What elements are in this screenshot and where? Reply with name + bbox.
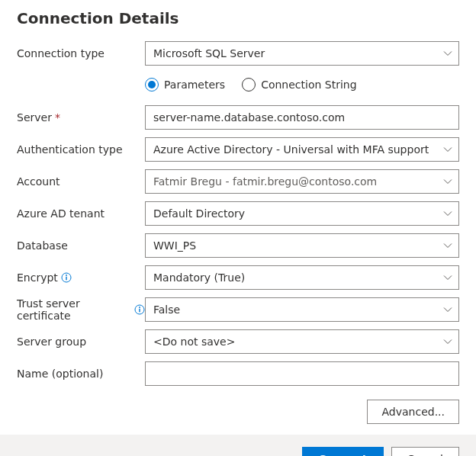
row-server-group: Server group <Do not save> — [17, 329, 459, 354]
row-connection-type: Connection type Microsoft SQL Server — [17, 41, 459, 66]
svg-rect-5 — [139, 309, 140, 313]
name-optional-input[interactable] — [145, 361, 459, 386]
server-group-select[interactable]: <Do not save> — [145, 329, 459, 354]
row-server: Server * — [17, 105, 459, 130]
row-encrypt: Encrypt Mandatory (True) — [17, 265, 459, 290]
radio-parameters[interactable]: Parameters — [145, 78, 225, 92]
footer: Connect Cancel — [0, 435, 476, 456]
auth-type-select[interactable]: Azure Active Directory - Universal with … — [145, 137, 459, 162]
tenant-label: Azure AD tenant — [17, 207, 145, 220]
trust-cert-value: False — [145, 297, 459, 322]
tenant-value: Default Directory — [145, 201, 459, 226]
radio-unchecked-icon — [242, 78, 256, 92]
row-account: Account Fatmir Bregu - fatmir.bregu@cont… — [17, 169, 459, 194]
cancel-button[interactable]: Cancel — [391, 447, 459, 456]
database-select[interactable]: WWI_PS — [145, 233, 459, 258]
database-label: Database — [17, 239, 145, 252]
account-select[interactable]: Fatmir Bregu - fatmir.bregu@contoso.com — [145, 169, 459, 194]
radio-checked-icon — [145, 78, 159, 92]
connection-type-label: Connection type — [17, 47, 145, 59]
info-icon[interactable] — [61, 272, 72, 283]
auth-type-label: Authentication type — [17, 143, 145, 156]
svg-point-4 — [139, 307, 140, 308]
row-input-mode: Parameters Connection String — [17, 73, 459, 98]
connect-button[interactable]: Connect — [302, 447, 383, 456]
panel-title: Connection Details — [17, 9, 459, 27]
server-label: Server — [17, 111, 52, 124]
required-indicator: * — [55, 111, 60, 124]
radio-connection-string[interactable]: Connection String — [242, 78, 356, 92]
encrypt-value: Mandatory (True) — [145, 265, 459, 290]
server-group-label: Server group — [17, 336, 145, 348]
connection-type-value: Microsoft SQL Server — [145, 41, 459, 66]
account-label: Account — [17, 175, 145, 188]
row-name-optional: Name (optional) — [17, 361, 459, 386]
database-value: WWI_PS — [145, 233, 459, 258]
row-tenant: Azure AD tenant Default Directory — [17, 201, 459, 226]
row-trust-cert: Trust server certificate False — [17, 297, 459, 322]
account-value: Fatmir Bregu - fatmir.bregu@contoso.com — [145, 169, 459, 194]
encrypt-select[interactable]: Mandatory (True) — [145, 265, 459, 290]
connection-type-select[interactable]: Microsoft SQL Server — [145, 41, 459, 66]
radio-parameters-label: Parameters — [164, 79, 225, 91]
name-optional-label: Name (optional) — [17, 368, 145, 380]
tenant-select[interactable]: Default Directory — [145, 201, 459, 226]
row-auth-type: Authentication type Azure Active Directo… — [17, 137, 459, 162]
server-group-value: <Do not save> — [145, 329, 459, 354]
auth-type-value: Azure Active Directory - Universal with … — [145, 137, 459, 162]
encrypt-label: Encrypt — [17, 271, 58, 284]
row-database: Database WWI_PS — [17, 233, 459, 258]
info-icon[interactable] — [134, 304, 145, 315]
svg-rect-2 — [66, 277, 66, 281]
trust-cert-label: Trust server certificate — [17, 297, 131, 322]
advanced-button[interactable]: Advanced... — [367, 400, 459, 424]
radio-connection-string-label: Connection String — [261, 79, 356, 91]
svg-point-1 — [66, 275, 67, 276]
server-input[interactable] — [145, 105, 459, 130]
input-mode-radio-group: Parameters Connection String — [145, 75, 357, 96]
trust-cert-select[interactable]: False — [145, 297, 459, 322]
